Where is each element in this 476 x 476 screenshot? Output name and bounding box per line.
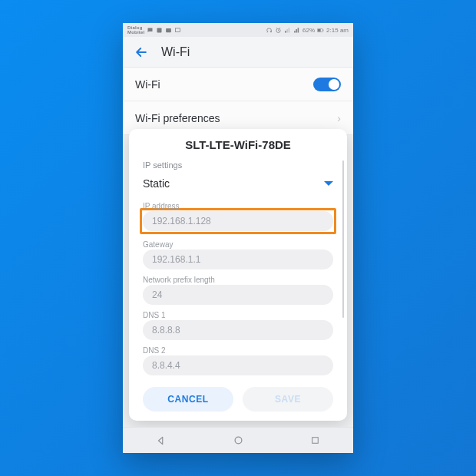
chevron-right-icon: › (337, 112, 341, 124)
dns1-label: DNS 1 (143, 311, 333, 319)
prefix-input[interactable]: 24 (143, 285, 333, 305)
gateway-input[interactable]: 192.168.1.1 (143, 250, 333, 269)
nav-bar (123, 427, 353, 453)
save-button[interactable]: SAVE (243, 387, 333, 412)
cancel-button[interactable]: CANCEL (143, 387, 233, 412)
wifi-preferences-label: Wi-Fi preferences (135, 112, 220, 124)
svg-rect-1 (167, 28, 172, 31)
battery-pct: 62% (302, 27, 315, 34)
image-icon (165, 27, 172, 34)
headset-icon (266, 27, 273, 34)
sms-icon (147, 27, 154, 34)
dialog-body: IP settings Static IP address 192.168.1.… (129, 159, 347, 381)
status-bar: Dialog Mobitel 62% 2:15 am (123, 23, 353, 37)
svg-rect-2 (176, 28, 180, 31)
prefix-label: Network prefix length (143, 276, 333, 284)
nav-home-icon[interactable] (232, 435, 244, 447)
ip-settings-label: IP settings (143, 160, 333, 170)
screenshot-icon (156, 27, 163, 34)
carrier-label: Dialog Mobitel (127, 25, 144, 35)
svg-rect-6 (323, 29, 324, 31)
svg-point-7 (235, 437, 242, 444)
dns2-label: DNS 2 (143, 346, 333, 355)
network-dialog: SLT-LTE-WiFi-78DE IP settings Static IP … (129, 129, 347, 421)
phone-frame: Dialog Mobitel 62% 2:15 am Wi-Fi Wi-Fi W… (123, 23, 353, 453)
ip-settings-value: Static (143, 177, 170, 190)
scrollbar[interactable] (342, 160, 344, 373)
gateway-label: Gateway (143, 240, 333, 249)
scrollbar-thumb[interactable] (342, 160, 344, 318)
clock: 2:15 am (326, 27, 349, 34)
svg-rect-0 (157, 28, 162, 32)
wifi-toggle-label: Wi-Fi (135, 78, 160, 91)
chevron-down-icon (324, 181, 333, 186)
nav-recent-icon[interactable] (309, 435, 321, 447)
dns1-input[interactable]: 8.8.8.8 (143, 320, 333, 340)
app-header: Wi-Fi (123, 37, 353, 68)
dialog-title: SLT-LTE-WiFi-78DE (129, 129, 347, 159)
ip-address-input[interactable]: 192.168.1.128 (143, 211, 333, 231)
dns2-input[interactable]: 8.8.4.4 (143, 355, 333, 375)
alarm-icon (275, 27, 282, 34)
wifi-toggle-row[interactable]: Wi-Fi (123, 68, 353, 101)
ip-settings-select[interactable]: Static (143, 174, 333, 193)
ip-address-highlight: 192.168.1.128 (140, 208, 336, 234)
dialog-actions: CANCEL SAVE (129, 381, 347, 421)
nav-back-icon[interactable] (155, 435, 167, 447)
signal-1-icon (284, 27, 291, 34)
page-title: Wi-Fi (161, 45, 190, 59)
signal-2-icon (293, 27, 300, 34)
back-icon[interactable] (134, 45, 149, 60)
svg-rect-5 (318, 28, 321, 31)
battery-icon (317, 27, 324, 34)
wifi-toggle[interactable] (313, 78, 341, 91)
window-icon (174, 27, 181, 34)
svg-rect-8 (312, 438, 318, 444)
